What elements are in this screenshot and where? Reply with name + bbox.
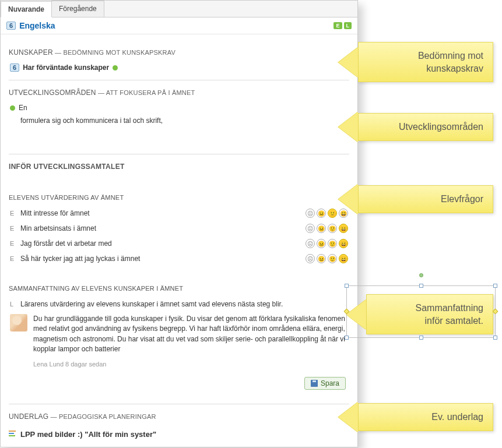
summary-body: Du har grundläggande till goda kunskaper…: [33, 314, 348, 355]
smiley-group[interactable]: ☹😐🙂😄: [306, 254, 348, 263]
callout-underlag: Ev. underlag: [338, 402, 493, 432]
eval-label: Så här tycker jag att jag lyckas i ämnet: [20, 255, 140, 263]
subject-bar: 6 Engelska E L: [1, 17, 357, 34]
eval-row-1: EMin arbetsinsats i ämnet ☹😐🙂😄: [9, 221, 349, 236]
utvomr-item: En: [9, 101, 349, 114]
tabs: Nuvarande Föregående: [1, 1, 357, 17]
callout-elevfragor: Elevfrågor: [338, 184, 493, 214]
subject-tags: E L: [334, 22, 352, 29]
callout-bedomning: Bedömning motkunskapskrav: [338, 42, 493, 82]
subject-link[interactable]: Engelska: [19, 21, 55, 30]
callout-sammanfattning: Sammanfattninginför samtalet.: [346, 294, 493, 334]
callout-utvecklingsomraden: Utvecklingsområden: [338, 112, 493, 142]
summary-intro: Lärarens utvärdering av elevens kunskape…: [20, 300, 283, 308]
smiley-group[interactable]: ☹😐🙂😄: [306, 224, 348, 233]
tab-previous[interactable]: Föregående: [51, 1, 104, 17]
underlag-heading: UNDERLAG — PEDAGOGISKA PLANERINGAR: [9, 412, 349, 421]
bullet-dot-icon: [10, 105, 15, 111]
tag-l: L: [344, 22, 352, 29]
eval-label: Mitt intresse för ämnet: [20, 209, 90, 217]
infor-heading: INFÖR UTVECKLINGSSAMTALET: [9, 163, 349, 171]
elev-eval-heading: ELEVENS UTVÄRDERING AV ÄMNET: [9, 194, 349, 201]
sammanf-heading: SAMMANFATTNING AV ELEVENS KUNSKAPER I ÄM…: [9, 285, 349, 292]
utvomr-heading: UTVECKLINGSOMRÅDEN — ATT FOKUSERA PÅ I Ä…: [9, 89, 349, 97]
smiley-group[interactable]: ☹😐🙂😄: [306, 239, 348, 248]
lpp-icon: [9, 431, 17, 438]
status-dot-icon: [113, 65, 118, 70]
grade-badge-6: 6: [10, 64, 19, 72]
eval-label: Jag förstår det vi arbetar med: [20, 239, 112, 248]
utvomr-en: En: [19, 104, 27, 112]
tab-current[interactable]: Nuvarande: [1, 1, 52, 17]
kunskaper-row: 6 Har förväntade kunskaper: [9, 61, 349, 74]
save-button[interactable]: Spara: [304, 377, 346, 390]
grade-badge: 6: [6, 22, 16, 30]
tag-e: E: [334, 22, 342, 29]
summary-block: LLärarens utvärdering av elevens kunskap…: [9, 297, 349, 368]
avatar: [10, 314, 27, 331]
eval-label: Min arbetsinsats i ämnet: [20, 224, 96, 232]
underlag-item[interactable]: LPP med bilder :) "Allt för min syster": [9, 425, 349, 447]
kunskaper-heading: KUNSKAPER — BEDÖMNING MOT KUNSKAPSKRAV: [9, 48, 349, 57]
eval-row-3: ESå här tycker jag att jag lyckas i ämne…: [9, 251, 349, 266]
main-panel: Nuvarande Föregående 6 Engelska E L KUNS…: [0, 0, 358, 447]
kunskaper-text: Har förväntade kunskaper: [23, 64, 109, 72]
save-icon: [311, 380, 318, 387]
summary-meta: Lena Lund 8 dagar sedan: [33, 361, 348, 368]
utvomr-text: formulera sig och kommunicera i tal och …: [20, 114, 349, 125]
eval-row-0: EMitt intresse för ämnet ☹😐🙂😄: [9, 206, 349, 221]
eval-row-2: EJag förstår det vi arbetar med ☹😐🙂😄: [9, 236, 349, 251]
